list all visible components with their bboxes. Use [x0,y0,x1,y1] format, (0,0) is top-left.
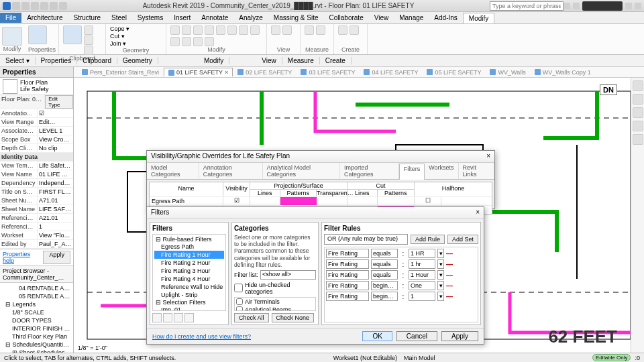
qat-undo-icon[interactable] [40,2,48,10]
rule-param[interactable]: Fire Rating [326,259,369,269]
property-row[interactable]: Sheet NameLIFE SAFETY PL… [0,205,73,214]
nav-home-icon[interactable] [633,80,643,91]
edit-type-button[interactable]: Edit Type [45,95,73,109]
view-tab[interactable]: 03 LIFE SAFETY [297,68,359,76]
type-thumb-icon[interactable] [3,79,17,94]
help-icon[interactable] [635,3,641,9]
editable-only-chip[interactable]: Editable Only [592,354,631,361]
array-icon[interactable] [170,37,180,46]
category-item[interactable]: Analytical Beams [235,306,315,311]
filters-close-icon[interactable]: × [476,208,480,217]
cut-clipboard-icon[interactable] [84,25,93,35]
property-row[interactable]: Associated Le…LEVEL 1 [0,127,73,135]
status-model[interactable]: Main Model [404,355,435,361]
rule-operator[interactable]: begin… [371,292,398,301]
properties-help-link[interactable]: Properties help [3,251,43,264]
tab-file[interactable]: File [0,13,21,23]
trim-icon[interactable] [239,25,248,35]
rule-param[interactable]: Fire Rating [326,292,369,301]
tab-manage[interactable]: Manage [394,13,429,23]
tab-addins[interactable]: Add-Ins [429,13,462,23]
browser-node[interactable]: INTERIOR FINISH FLOOR [0,324,73,333]
property-row[interactable]: Annotation Cr…☑ [0,109,73,118]
browser-node[interactable]: 05 RENTABLE AREA PLAN [0,292,73,300]
scale-icon[interactable] [182,37,191,46]
property-row[interactable]: Edited byPaul_F_Aubin [0,240,73,249]
rotate-icon[interactable] [227,25,237,35]
create-icon1[interactable] [338,25,347,35]
mirror-icon[interactable] [193,25,203,35]
add-rule-button[interactable]: Add Rule [411,235,445,244]
rule-param[interactable]: Fire Rating [326,270,369,280]
status-workset[interactable]: Workset1 (Not Editable) [333,355,397,361]
property-row[interactable]: Scope BoxView Crop Regi… [0,135,73,144]
rule-value[interactable]: One [409,281,435,290]
rule-operator[interactable]: equals [371,249,398,258]
browser-node[interactable]: ⊟ Legends [0,300,73,308]
filters-help-link[interactable]: How do I create and use view filters? [152,333,251,340]
rule-operator[interactable]: equals [371,259,398,269]
hide-unchecked-checkbox[interactable] [234,284,243,292]
vg-tab[interactable]: Worksets [425,163,458,179]
measure-icon[interactable] [305,25,314,35]
filter-item[interactable]: Reference Wall to Hide [154,283,224,291]
new-filter-icon[interactable] [152,313,162,322]
create-icon2[interactable] [350,25,359,35]
nav-wheel-icon[interactable] [633,107,643,118]
align-icon[interactable] [170,25,180,35]
user-badge[interactable] [582,1,623,11]
rule-value[interactable]: 1 hr [409,259,435,269]
tab-steel[interactable]: Steel [106,13,132,23]
split-icon[interactable] [250,25,260,35]
tab-insert[interactable]: Insert [168,13,196,23]
vg-tab[interactable]: Model Categories [147,163,199,179]
tab-massing[interactable]: Massing & Site [268,13,324,23]
rule-operator[interactable]: begin… [371,281,398,290]
qat-redo-icon[interactable] [50,2,58,10]
nav-zoom-icon[interactable] [633,134,643,145]
check-all-button[interactable]: Check All [234,313,269,322]
vg-tab[interactable]: Revit Links [459,163,494,179]
paste-icon[interactable] [63,25,82,44]
matchtype-icon[interactable] [84,46,93,55]
view-tab[interactable]: 05 LIFE SAFETY [423,68,485,76]
cope-button[interactable]: Cope ▾ [110,25,162,32]
property-row[interactable]: View TemplateLife Safety Plan [0,162,73,170]
nav-cube-icon[interactable] [633,94,643,105]
copy-icon[interactable] [216,25,225,35]
property-row[interactable]: View RangeEdit… [0,118,73,127]
instance-selector[interactable]: Floor Plan: 01 LIFE SA [0,95,45,109]
filter-item[interactable]: Egress Path [154,243,224,251]
property-row[interactable]: Referencing D…1 [0,223,73,231]
help-search-input[interactable] [490,1,564,11]
vg-tab[interactable]: Filters [399,164,425,180]
qat-print-icon[interactable] [59,2,67,10]
app-icon[interactable] [3,2,11,10]
tab-analyze[interactable]: Analyze [233,13,268,23]
view-icon1[interactable] [271,25,280,35]
browser-node[interactable]: DOOR TYPES [0,316,73,324]
view-tab[interactable]: 01 LIFE SAFETY× [164,68,233,76]
properties-icon[interactable] [28,25,47,44]
signin-icon[interactable] [573,3,580,9]
property-row[interactable]: View Name01 LIFE SAFETY [0,170,73,179]
check-none-button[interactable]: Check None [272,313,315,322]
rule-value[interactable]: 1 [409,292,435,301]
delete-icon[interactable] [205,37,214,46]
filter-item[interactable]: Uplight - Strip [154,291,224,299]
view-tab[interactable]: WV_Walls Copy 1 [531,68,595,76]
rule-delete-icon[interactable]: — [446,261,453,268]
delete-filter-icon[interactable] [184,313,194,322]
cut-button[interactable]: Cut ▾ [110,33,162,40]
tab-systems[interactable]: Systems [132,13,168,23]
tab-architecture[interactable]: Architecture [21,13,68,23]
tab-collaborate[interactable]: Collaborate [324,13,369,23]
rename-filter-icon[interactable] [174,313,183,322]
offset-icon[interactable] [182,25,191,35]
property-row[interactable]: Depth ClippingNo clip [0,144,73,153]
view-scale[interactable]: 1/8" = 1'-0" [78,345,107,351]
vg-tab[interactable]: Annotation Categories [199,163,263,179]
qat-open-icon[interactable] [12,2,20,10]
rule-delete-icon[interactable]: — [446,250,453,257]
property-row[interactable]: Referencing S…A21.01 [0,214,73,223]
